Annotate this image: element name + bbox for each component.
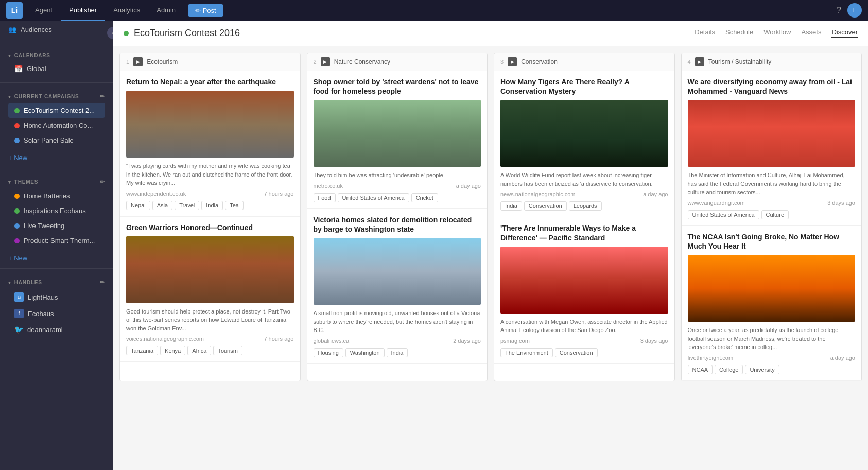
article-tag[interactable]: Tourism (213, 346, 242, 355)
sidebar-item-global[interactable]: 📅 Global (8, 61, 105, 76)
article-tags: NepalAsiaTravelIndiaTea (126, 201, 294, 210)
sidebar-item-inspirations[interactable]: Inspirations Ecohaus (8, 203, 105, 218)
article-source: www.independent.co.uk (126, 190, 186, 197)
article-tag[interactable]: Asia (152, 201, 172, 210)
tab-workflow[interactable]: Workflow (763, 28, 791, 38)
article-card[interactable]: Green Warriors Honored—Continued Good to… (120, 217, 300, 362)
article-tag[interactable]: Cricket (411, 193, 438, 202)
column-2: 2 ▶ Nature Conservancy Shop owner told b… (307, 53, 488, 381)
article-meta: voices.nationalgeographic.com 7 hours ag… (126, 336, 294, 342)
article-tag[interactable]: University (745, 365, 779, 374)
sidebar-item-home-automation[interactable]: Home Automation Co... (8, 118, 105, 133)
article-tag[interactable]: Culture (761, 210, 789, 219)
sidebar-item-live-tweeting[interactable]: Live Tweeting (8, 218, 105, 233)
article-tag[interactable]: India (500, 201, 522, 211)
article-card[interactable]: We are diversifying economy away from oi… (682, 71, 862, 226)
article-tag[interactable]: Kenya (160, 346, 185, 355)
sidebar-calendars-header[interactable]: ▾ CALENDARS (8, 53, 105, 58)
article-card[interactable]: Shop owner told by 'street wardens' not … (307, 71, 488, 209)
tab-schedule[interactable]: Schedule (725, 28, 753, 38)
article-card[interactable]: How Many Tigers Are There Really? A Cons… (494, 71, 674, 217)
article-tag[interactable]: NCAA (688, 365, 713, 374)
article-tag[interactable]: Nepal (126, 201, 150, 210)
article-source: voices.nationalgeographic.com (126, 336, 204, 342)
tab-discover[interactable]: Discover (831, 28, 858, 38)
column-num: 3 (500, 59, 504, 65)
campaign-active-dot (124, 31, 129, 36)
column-1-body: Return to Nepal: a year after the earthq… (120, 71, 300, 362)
article-time: 2 days ago (453, 338, 481, 344)
article-tag[interactable]: United States of America (338, 193, 409, 202)
themes-edit-icon[interactable]: ✏ (100, 179, 105, 185)
article-tag[interactable]: Washington (345, 348, 385, 357)
column-3: 3 ▶ Conservation How Many Tigers Are The… (494, 53, 675, 381)
nav-tab-publisher[interactable]: Publisher (61, 0, 105, 21)
article-tag[interactable]: Housing (314, 348, 343, 357)
article-card[interactable]: Return to Nepal: a year after the earthq… (120, 71, 300, 217)
add-theme-button[interactable]: + New (0, 251, 113, 265)
lighthaus-icon: Li (14, 292, 24, 302)
handles-edit-icon[interactable]: ✏ (100, 279, 105, 286)
article-excerpt: "I was playing cards with my mother and … (126, 162, 294, 187)
sidebar-item-smart-therm[interactable]: Product: Smart Therm... (8, 233, 105, 248)
campaigns-edit-icon[interactable]: ✏ (100, 93, 105, 100)
sidebar-handles-section: ▾ HANDLES ✏ Li LightHaus f Ecohaus 🐦 dea… (0, 272, 113, 340)
sidebar-item-audiences[interactable]: 👥 Audiences (0, 21, 113, 39)
article-time: a day ago (456, 183, 481, 189)
tab-assets[interactable]: Assets (801, 28, 821, 38)
column-source-label: Conservation (521, 58, 558, 65)
article-card[interactable]: The NCAA Isn't Going Broke, No Matter Ho… (682, 226, 862, 381)
article-tag[interactable]: Conservation (524, 201, 567, 211)
user-avatar[interactable]: L (847, 3, 862, 18)
add-campaign-button[interactable]: + New (0, 151, 113, 165)
column-2-header: 2 ▶ Nature Conservancy (307, 53, 488, 71)
article-tag[interactable]: India (201, 201, 223, 210)
article-source: fivethirtyeight.com (688, 355, 734, 361)
article-title: Return to Nepal: a year after the earthq… (126, 77, 294, 86)
article-tag[interactable]: Travel (175, 201, 199, 210)
article-image (688, 100, 856, 167)
article-tags: TanzaniaKenyaAfricaTourism (126, 346, 294, 355)
sidebar-item-deannarami[interactable]: 🐦 deannarami (8, 322, 105, 337)
article-tag[interactable]: United States of America (688, 210, 759, 219)
nav-tab-agent[interactable]: Agent (27, 0, 61, 21)
article-tag[interactable]: Leopards (569, 201, 602, 211)
article-title: How Many Tigers Are There Really? A Cons… (500, 77, 668, 96)
column-1: 1 ▶ Ecotourism Return to Nepal: a year a… (119, 53, 301, 381)
app-logo: Li (6, 2, 23, 19)
article-tag[interactable]: The Environment (500, 348, 553, 357)
sidebar-item-home-batteries[interactable]: Home Batteries (8, 188, 105, 203)
article-source: metro.co.uk (314, 183, 343, 189)
article-image (314, 238, 481, 305)
tab-details[interactable]: Details (695, 28, 715, 38)
article-image (688, 255, 856, 322)
article-tag[interactable]: Africa (187, 346, 211, 355)
article-source: psmag.com (500, 338, 530, 344)
article-image (500, 247, 668, 314)
sidebar-item-ecotourism[interactable]: EcoTourism Contest 2... (8, 103, 105, 118)
sidebar-item-ecohaus[interactable]: f Ecohaus (8, 305, 105, 322)
campaign-status-dot (14, 108, 20, 113)
article-tag[interactable]: Conservation (555, 348, 598, 357)
article-tag[interactable]: Tanzania (126, 346, 158, 355)
sidebar-item-lighthaus[interactable]: Li LightHaus (8, 289, 105, 305)
nav-tab-admin[interactable]: Admin (148, 0, 184, 21)
article-tag[interactable]: India (387, 348, 408, 357)
campaign-status-dot (14, 123, 20, 128)
article-card[interactable]: Victoria homes slated for demolition rel… (307, 209, 488, 364)
sidebar-campaigns-header[interactable]: ▾ CURRENT CAMPAIGNS ✏ (8, 93, 105, 100)
theme-dot (14, 238, 20, 243)
article-title: Shop owner told by 'street wardens' not … (314, 77, 481, 96)
nav-tab-analytics[interactable]: Analytics (105, 0, 148, 21)
article-tag[interactable]: College (715, 365, 743, 374)
sidebar-themes-header[interactable]: ▾ THEMES ✏ (8, 179, 105, 185)
post-button[interactable]: ✏ Post (188, 4, 223, 17)
article-tag[interactable]: Food (314, 193, 336, 202)
article-tags: United States of AmericaCulture (688, 210, 856, 219)
sidebar-campaigns-section: ▾ CURRENT CAMPAIGNS ✏ EcoTourism Contest… (0, 86, 113, 151)
help-icon[interactable]: ? (837, 6, 841, 15)
article-tag[interactable]: Tea (225, 201, 244, 210)
sidebar-handles-header[interactable]: ▾ HANDLES ✏ (8, 279, 105, 286)
article-card[interactable]: 'There Are Innumerable Ways to Make a Di… (494, 217, 674, 363)
sidebar-item-solar-panel[interactable]: Solar Panel Sale (8, 133, 105, 148)
